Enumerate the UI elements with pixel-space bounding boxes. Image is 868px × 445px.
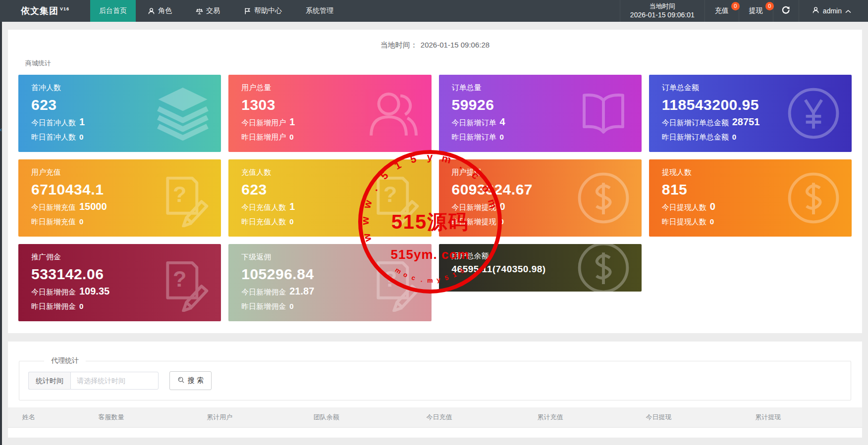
stat-card-value: 6710434.1	[31, 181, 208, 198]
stat-card-value: 623	[241, 181, 418, 198]
subline-value: 0	[500, 217, 504, 226]
stat-card: 用户充值 6710434.1 今日新增充值15000昨日新增充值0 ?	[18, 159, 221, 237]
section-title: 商城统计	[25, 59, 852, 68]
search-icon	[177, 376, 185, 385]
stat-card-title: 首冲人数	[31, 83, 208, 93]
stat-card-subline: 今日新增订单4	[452, 115, 629, 129]
nav-tab-3[interactable]: 帮助中心	[232, 0, 294, 22]
agent-stats-panel: 代理统计 统计时间 搜 索 姓名客服数量累计用户团队余额今日充值累计充值今日提现…	[8, 342, 862, 438]
navbar-right: 当地时间 2026-01-15 09:06:01 充值 0 提现 0	[620, 0, 868, 22]
admin-username: admin	[823, 7, 842, 15]
stat-card-lines: 今日充值人数1昨日充值人数0	[241, 200, 418, 228]
stat-card-subline: 昨日新增用户0	[241, 131, 418, 144]
local-time-block: 当地时间 2026-01-15 09:06:01	[620, 0, 705, 22]
brand-logo: 依文集团 V16	[0, 0, 90, 22]
search-button[interactable]: 搜 索	[169, 371, 212, 390]
stat-card-subline: 今日首冲人数1	[31, 115, 208, 129]
nav-tab-label: 角色	[158, 6, 172, 15]
stat-card-subline: 昨日首冲人数0	[31, 131, 208, 144]
stat-card: 提现人数 815 今日提现人数0昨日提现人数0	[649, 159, 852, 237]
page-local-time-value: 2026-01-15 09:06:28	[421, 41, 489, 49]
stat-card-title: 下级返佣	[241, 252, 418, 262]
refresh-icon	[781, 5, 791, 17]
subline-label: 昨日新增订单	[452, 133, 496, 141]
stat-card-lines: 今日新增订单总金额28751昨日新增订单总金额0	[662, 115, 839, 144]
nav-tab-1[interactable]: 角色	[136, 0, 184, 22]
subline-value: 0	[500, 133, 504, 141]
subline-value: 109.35	[79, 286, 109, 297]
stat-card-title: 用户提现	[452, 168, 629, 177]
stat-card-title: 提现人数	[662, 168, 839, 177]
subline-value: 0	[500, 201, 505, 212]
stat-card-title: 订单总量	[452, 83, 629, 93]
stat-time-label: 统计时间	[28, 372, 70, 390]
brand-version: V16	[60, 6, 69, 11]
stat-card: 下级返佣 105296.84 今日新增佣金21.87昨日新增佣金0 ?	[228, 244, 431, 321]
subline-value: 0	[732, 133, 736, 141]
stat-card-title: 推广佣金	[31, 252, 208, 262]
subline-label: 今日新增用户	[241, 118, 286, 127]
top-navbar: 依文集团 V16 后台首页角色交易帮助中心系统管理 当地时间 2026-01-1…	[0, 0, 868, 22]
stat-card-title: 用户总量	[241, 83, 418, 93]
subline-label: 今日首冲人数	[31, 118, 76, 127]
nav-tab-4[interactable]: 系统管理	[294, 0, 345, 22]
user-icon	[148, 7, 155, 15]
stat-card-subline: 今日提现人数0	[662, 200, 839, 214]
stat-card-value: 118543200.95	[662, 96, 839, 114]
subline-label: 昨日首冲人数	[31, 133, 76, 141]
sidebar-toggle-icon[interactable]: ‹	[0, 127, 2, 133]
stat-card-subline: 昨日新增订单0	[452, 131, 629, 144]
stat-time-input[interactable]	[70, 372, 159, 390]
recharge-label: 充值	[715, 6, 729, 14]
nav-tab-home[interactable]: 后台首页	[90, 0, 136, 22]
agent-stats-legend: 代理统计	[44, 356, 86, 365]
stat-card: 用户提现 6093324.67 今日新增提现0昨日新增提现0	[439, 159, 642, 237]
subline-value: 0	[289, 217, 293, 226]
subline-label: 今日新增佣金	[31, 288, 76, 296]
subline-value: 0	[289, 302, 293, 310]
stat-card-title: 用户充值	[31, 168, 208, 177]
table-header-1: 客服数量	[84, 407, 192, 427]
stat-card-value: 6093324.67	[452, 181, 629, 198]
subline-value: 1	[289, 201, 295, 212]
subline-label: 昨日提现人数	[662, 217, 706, 226]
stat-card: 充值人数 623 今日充值人数1昨日充值人数0 ?	[228, 159, 431, 237]
stat-card-subline: 今日新增提现0	[452, 200, 629, 214]
stat-card-lines: 今日新增充值15000昨日新增充值0	[31, 200, 208, 228]
refresh-button[interactable]	[773, 0, 799, 22]
stat-card-subline: 今日新增佣金21.87	[241, 285, 418, 298]
stat-card-value: 533142.06	[31, 265, 208, 283]
subline-value: 0	[79, 133, 83, 141]
nav-tab-label: 后台首页	[99, 6, 127, 15]
withdraw-button[interactable]: 提现 0	[739, 0, 773, 22]
subline-value: 4	[500, 116, 505, 127]
stat-card-subline: 今日新增充值15000	[31, 200, 208, 214]
stat-card-lines: 今日新增订单4昨日新增订单0	[452, 115, 629, 144]
nav-tab-label: 系统管理	[306, 6, 333, 15]
subline-label: 今日新增订单总金额	[662, 118, 729, 127]
subline-value: 1	[79, 116, 85, 127]
local-time-value: 2026-01-15 09:06:01	[630, 10, 695, 20]
agent-search-row: 统计时间 搜 索	[28, 371, 842, 390]
subline-label: 今日新增充值	[31, 203, 76, 211]
stat-card: 首冲人数 623 今日首冲人数1昨日首冲人数0	[18, 75, 221, 152]
subline-label: 今日充值人数	[241, 203, 286, 211]
agent-stats-fieldset: 代理统计 统计时间 搜 索	[19, 356, 851, 400]
stat-card-lines: 今日新增用户1昨日新增用户0	[241, 115, 418, 144]
person-icon	[812, 6, 819, 16]
stat-card-value: 105296.84	[241, 265, 418, 283]
recharge-button[interactable]: 充值 0	[705, 0, 739, 22]
stat-card-subline: 今日新增订单总金额28751	[662, 115, 839, 129]
stat-card-subline: 昨日新增订单总金额0	[662, 131, 839, 144]
stat-card-value: 59926	[452, 96, 629, 114]
subline-label: 昨日新增提现	[452, 217, 496, 226]
stat-card: 用户总余额 46595.11(740350.98)	[439, 244, 642, 292]
table-header-2: 累计用户	[192, 407, 299, 427]
stat-card-value: 815	[662, 181, 839, 198]
subline-label: 今日新增订单	[452, 118, 496, 127]
search-button-label: 搜 索	[188, 376, 204, 385]
nav-tab-2[interactable]: 交易	[184, 0, 232, 22]
nav-tab-label: 帮助中心	[254, 6, 282, 15]
admin-menu[interactable]: admin	[799, 0, 868, 22]
subline-value: 28751	[732, 116, 760, 127]
